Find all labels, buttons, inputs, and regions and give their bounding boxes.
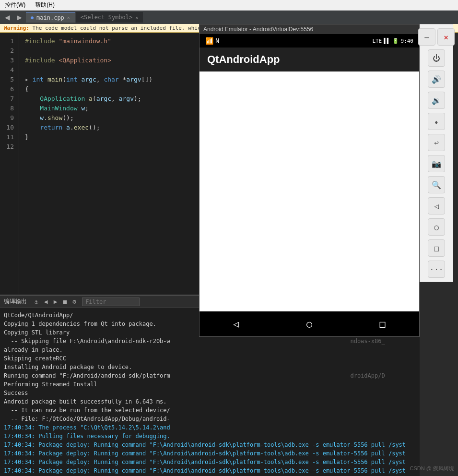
build-line-18: 17:40:34: Package deploy: Running comman…	[4, 458, 416, 466]
menu-item-help[interactable]: 帮助(H)	[32, 0, 58, 10]
emulator-more-button[interactable]: ···	[428, 261, 445, 278]
emulator-power-button[interactable]: ⏻	[428, 49, 445, 67]
menu-item-controls[interactable]: 控件(W)	[2, 0, 28, 10]
toolbar-icon-next[interactable]: ▶	[52, 297, 59, 306]
emulator-title-text: Android Emulator - AndroidVirtualDev:555…	[203, 26, 313, 33]
statusbar-left: 📶 N	[205, 37, 219, 45]
toolbar-icon-settings[interactable]: ⚙	[70, 297, 78, 306]
toolbar-icon-stop[interactable]: ■	[61, 297, 69, 306]
build-line-14: 17:40:34: The process "C:\Qt\Qt5.14.2\5.…	[4, 423, 416, 432]
sim-icon: 📶	[205, 37, 213, 45]
emulator-back-button[interactable]: ↩	[428, 134, 445, 151]
tab-select-symbol-label: <Select Symbol>	[81, 14, 132, 21]
android-appbar: QtAndroidApp	[200, 48, 419, 71]
code-line-7: QApplication a(argc, argv);	[25, 94, 199, 104]
emulator-close-button[interactable]: ✕	[437, 28, 455, 46]
code-line-1: #include "mainwindow.h"	[25, 36, 199, 46]
android-recent-button[interactable]: □	[380, 318, 386, 330]
code-line-9: w.show();	[25, 113, 199, 123]
cpp-file-icon: ●	[31, 15, 34, 20]
emulator-nav-back-ctrl[interactable]: ◁	[428, 197, 445, 214]
tab-select-symbol[interactable]: <Select Symbol> ✕	[76, 12, 143, 23]
build-line-17: 17:40:34: Package deploy: Running comman…	[4, 449, 416, 458]
toolbar-icons: ⚓ ◀ ▶ ■ ⚙	[33, 297, 78, 306]
emulator-nav-home-ctrl[interactable]: ○	[428, 218, 445, 236]
signal-bars-icon: ▌▌	[384, 38, 390, 44]
n-icon: N	[215, 37, 219, 45]
emulator-titlebar: Android Emulator - AndroidVirtualDev:555…	[200, 24, 419, 34]
tab-forward-button[interactable]: ▶	[14, 12, 25, 22]
build-line-11: Android package built successfully in 6.…	[4, 397, 416, 406]
android-app-title: QtAndroidApp	[207, 53, 280, 65]
code-line-5: ▸ int main(int argc, char *argv[])	[25, 75, 199, 84]
toolbar-icon-anchor[interactable]: ⚓	[33, 297, 40, 306]
build-line-12: -- It can now be run from the selected d…	[4, 406, 416, 415]
filter-input[interactable]	[82, 298, 140, 306]
build-line-4: -- Skipping file F:\Android\android-ndk-…	[4, 337, 416, 345]
menu-bar: 控件(W) 帮助(H)	[0, 0, 458, 11]
emulator-nav-recent-ctrl[interactable]: □	[428, 239, 445, 257]
emulator-zoom-button[interactable]: 🔍	[428, 176, 445, 193]
tab-bar: ◀ ▶ ● main.cpp ✕ <Select Symbol> ✕	[0, 11, 458, 24]
code-line-4	[25, 65, 199, 75]
emulator-screen: 📶 N LTE ▌▌ 🔋 9:40 QtAndroidApp ◁ ○ □	[200, 34, 419, 336]
build-line-7: Installing Android package to device.	[4, 363, 416, 371]
android-navbar: ◁ ○ □	[200, 311, 419, 336]
toolbar-icon-prev[interactable]: ◀	[42, 297, 50, 306]
emulator-volume-down-button[interactable]: 🔉	[428, 92, 445, 109]
build-line-9: Performing Streamed Install	[4, 380, 416, 389]
tab-main-cpp-label: main.cpp	[36, 14, 64, 21]
clock-display: 9:40	[401, 38, 414, 44]
code-line-8: MainWindow w;	[25, 104, 199, 113]
android-statusbar: 📶 N LTE ▌▌ 🔋 9:40	[200, 34, 419, 48]
tab-main-cpp[interactable]: ● main.cpp ✕	[26, 12, 75, 23]
android-emulator: Android Emulator - AndroidVirtualDev:555…	[199, 24, 420, 337]
warning-label: Warning:	[4, 25, 29, 31]
build-line-15: 17:40:34: Pulling files necessary for de…	[4, 432, 416, 440]
tab-select-symbol-close[interactable]: ✕	[135, 15, 138, 20]
tab-back-button[interactable]: ◀	[2, 12, 13, 22]
build-line-8: Running command "F:/Android/android-sdk/…	[4, 371, 416, 380]
build-line-6: Skipping createRCC	[4, 354, 416, 363]
emulator-camera-button[interactable]: 📷	[428, 155, 445, 172]
code-line-6: {	[25, 84, 199, 94]
emulator-volume-up-button[interactable]: 🔊	[428, 71, 445, 88]
build-line-13: -- File: F:/QtCode/QtAndroidApp/Debug/an…	[4, 415, 416, 423]
code-line-3: #include <QApplication>	[25, 56, 199, 65]
code-line-12	[25, 142, 199, 152]
watermark: CSDN @ 疾风铸境	[410, 465, 454, 472]
build-line-16: 17:40:34: Package deploy: Running comman…	[4, 440, 416, 449]
build-line-19: 17:40:34: Package deploy: Running comman…	[4, 466, 416, 475]
emulator-window-controls: — ✕	[418, 28, 455, 46]
warning-text: The code model could not parse an includ…	[33, 25, 204, 31]
lte-icon: LTE	[372, 38, 382, 44]
android-app-content	[200, 71, 419, 311]
tab-main-cpp-close[interactable]: ✕	[67, 15, 70, 20]
code-line-11: }	[25, 132, 199, 142]
emulator-side-controls: — ✕ ⏻ 🔊 🔉 ⬧ ↩ 📷 🔍 ◁ ○ □ ···	[420, 24, 453, 282]
emulator-minimize-button[interactable]: —	[418, 28, 435, 46]
code-line-2	[25, 46, 199, 56]
battery-icon: 🔋	[392, 38, 399, 44]
panel-title: 编译输出	[4, 298, 27, 306]
android-back-button[interactable]: ◁	[233, 318, 239, 330]
code-line-10: return a.exec();	[25, 123, 199, 132]
statusbar-right: LTE ▌▌ 🔋 9:40	[372, 38, 413, 44]
build-line-10: Success	[4, 389, 416, 397]
emulator-rotate-button[interactable]: ⬧	[428, 113, 445, 130]
android-home-button[interactable]: ○	[306, 318, 312, 330]
build-line-5: already in place.	[4, 345, 416, 354]
